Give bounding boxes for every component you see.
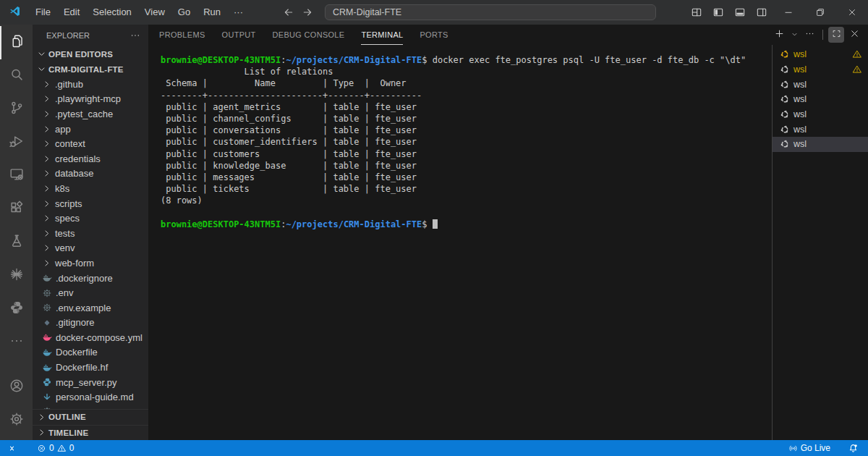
explorer-folder-pytest-cache[interactable]: .pytest_cache <box>33 106 148 122</box>
chevron-right-icon <box>41 213 52 224</box>
explorer-folder-app[interactable]: app <box>33 122 148 137</box>
menu-more[interactable]: ··· <box>227 4 250 21</box>
open-editors-section[interactable]: OPEN EDITORS <box>33 46 148 62</box>
explorer-folder-playwright-mcp[interactable]: .playwright-mcp <box>33 92 148 107</box>
panel-tab-debug-console[interactable]: DEBUG CONSOLE <box>273 25 345 45</box>
menu-file[interactable]: File <box>29 4 57 21</box>
history-nav <box>283 7 313 18</box>
menu-go[interactable]: Go <box>171 4 197 21</box>
new-terminal-button[interactable] <box>771 27 787 43</box>
explorer-file-docker-compose-yml[interactable]: docker-compose.yml <box>33 330 148 345</box>
explorer-file-gitignore[interactable]: .gitignore <box>33 316 148 331</box>
command-center-search[interactable]: CRM-Digital-FTE <box>325 4 656 20</box>
explorer-file-dockerfile[interactable]: Dockerfile <box>33 345 148 360</box>
notifications-bell[interactable] <box>843 440 864 456</box>
nav-forward-icon[interactable] <box>302 7 313 18</box>
panel-tab-terminal[interactable]: TERMINAL <box>361 25 403 45</box>
terminal-tab-wsl-5[interactable]: wsl <box>773 107 868 122</box>
terminal-tab-wsl-6[interactable]: wsl <box>773 122 868 137</box>
terminal-tab-wsl-4[interactable]: wsl <box>773 92 868 107</box>
terminal-line: public | knowledge_base | table | fte_us… <box>161 160 772 172</box>
problems-status[interactable]: 0 0 <box>32 440 79 456</box>
explorer-folder-specs[interactable]: specs <box>33 211 148 226</box>
explorer-folder-venv[interactable]: venv <box>33 241 148 256</box>
error-icon <box>37 444 46 453</box>
sidebar-section-timeline[interactable]: TIMELINE <box>33 425 148 441</box>
explorer-folder-tests[interactable]: tests <box>33 226 148 241</box>
chevron-right-icon <box>41 124 52 135</box>
terminal-line: (8 rows) <box>161 195 772 206</box>
close-window-button[interactable] <box>836 0 868 25</box>
explorer-folder-context[interactable]: context <box>33 136 148 151</box>
minimize-button[interactable] <box>773 0 804 25</box>
activity-settings[interactable] <box>0 404 33 437</box>
terminal-tab-wsl-7[interactable]: wsl <box>773 137 868 152</box>
terminal-more-actions-button[interactable] <box>801 27 817 43</box>
activity-extensions[interactable] <box>0 193 33 226</box>
terminal-line: List of relations <box>161 66 772 77</box>
explorer-file-dockerignore[interactable]: .dockerignore <box>33 271 148 286</box>
ubuntu-icon <box>780 80 790 90</box>
maximize-panel-button[interactable] <box>828 27 844 43</box>
terminal-tab-wsl-2[interactable]: wsl <box>773 62 868 77</box>
workspace-root-section[interactable]: CRM-DIGITAL-FTE <box>33 62 148 77</box>
activity-top <box>0 26 33 359</box>
explorer-more-actions-icon[interactable] <box>129 30 141 41</box>
explorer-file-mcp-server-py[interactable]: mcp_server.py <box>33 375 148 390</box>
toggle-primary-sidebar-button[interactable] <box>707 0 729 25</box>
terminal-line: public | customers | table | fte_user <box>161 148 772 160</box>
terminal-line: public | customer_identifiers | table | … <box>161 136 772 148</box>
close-panel-button[interactable] <box>846 27 862 43</box>
close-icon <box>846 7 858 18</box>
terminal-viewport[interactable]: brownie@DESKTOP-43NTM5I:~/projects/CRM-D… <box>148 45 772 440</box>
menu-run[interactable]: Run <box>197 4 227 21</box>
remote-indicator[interactable] <box>0 440 22 456</box>
activity-search[interactable] <box>0 59 33 93</box>
explorer-folder-web-form[interactable]: web-form <box>33 256 148 271</box>
broadcast-icon <box>788 444 798 453</box>
explorer-file-env-example[interactable]: .env.example <box>33 300 148 316</box>
search-icon <box>9 67 25 85</box>
explorer-file-personal-guide-md[interactable]: personal-guide.md <box>33 389 148 405</box>
terminal-tab-wsl-3[interactable]: wsl <box>773 77 868 92</box>
activity-remote-explorer[interactable] <box>0 159 33 193</box>
chevron-right-icon <box>36 427 47 438</box>
activity-flare[interactable] <box>0 259 33 292</box>
panel-tab-output[interactable]: OUTPUT <box>222 25 256 45</box>
activity-more[interactable] <box>0 326 33 359</box>
nav-back-icon[interactable] <box>283 7 294 18</box>
terminal-profile-dropdown-button[interactable] <box>789 27 799 43</box>
settings-icon <box>9 411 25 430</box>
sidebar-title: EXPLORER <box>46 31 90 40</box>
explorer-file-env[interactable]: .env <box>33 285 148 300</box>
customize-layout-button[interactable] <box>686 0 707 25</box>
panel-tab-problems[interactable]: PROBLEMS <box>159 25 205 45</box>
flare-icon <box>9 266 25 285</box>
activity-account[interactable] <box>0 371 33 404</box>
explorer-file-dockerfile-hf[interactable]: Dockerfile.hf <box>33 360 148 375</box>
chevron-right-icon <box>41 109 52 119</box>
explorer-folder-github[interactable]: .github <box>33 77 148 92</box>
panel-tab-ports[interactable]: PORTS <box>420 25 448 45</box>
go-live-button[interactable]: Go Live <box>783 440 835 456</box>
activity-files[interactable] <box>0 26 33 59</box>
sidebar-section-outline[interactable]: OUTLINE <box>33 409 148 425</box>
explorer-folder-scripts[interactable]: scripts <box>33 196 148 211</box>
toggle-panel-button[interactable] <box>729 0 751 25</box>
activity-testing[interactable] <box>0 226 33 259</box>
restore-button[interactable] <box>804 0 836 25</box>
activity-source-control[interactable] <box>0 93 33 126</box>
explorer-folder-k8s[interactable]: k8s <box>33 181 148 196</box>
toggle-secondary-sidebar-button[interactable] <box>751 0 773 25</box>
menu-view[interactable]: View <box>138 4 171 21</box>
activity-python[interactable] <box>0 292 33 326</box>
terminal-tab-wsl-1[interactable]: wsl <box>773 47 868 62</box>
terminal-line: public | agent_metrics | table | fte_use… <box>161 101 772 113</box>
menu-edit[interactable]: Edit <box>57 4 86 21</box>
menu-selection[interactable]: Selection <box>86 4 137 21</box>
remote-icon <box>7 444 17 453</box>
warning-icon <box>57 444 67 453</box>
explorer-folder-database[interactable]: database <box>33 166 148 182</box>
activity-run-debug[interactable] <box>0 126 33 159</box>
explorer-folder-credentials[interactable]: credentials <box>33 151 148 166</box>
